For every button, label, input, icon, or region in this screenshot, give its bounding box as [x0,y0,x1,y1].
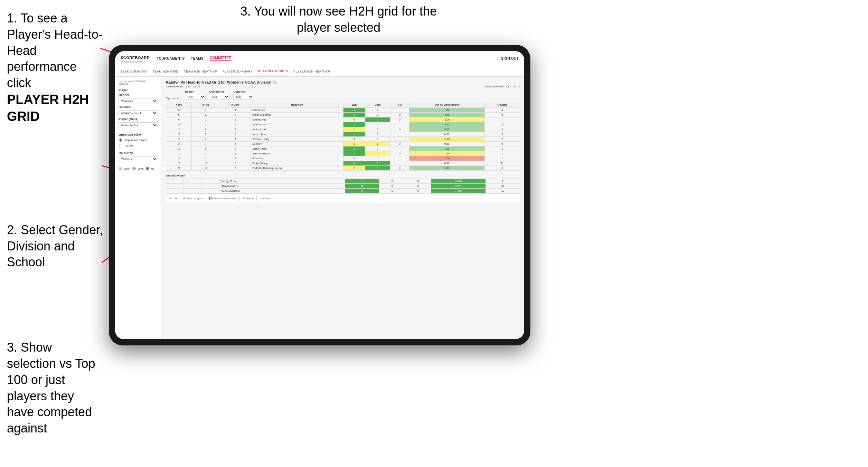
subnav-team-summary[interactable]: TEAM SUMMARY [121,66,147,76]
table-cell: 2 [365,142,390,146]
ood-table-row: NAIA Division 115009.26730 [166,184,520,189]
table-row: 1822Euna Lee00-5.002 [166,156,520,161]
subnav-player-h2h-heatmap[interactable]: PLAYER H2H HEATMAP [293,66,330,76]
table-cell: 10 [166,127,192,132]
table-cell: Sharon Mun [251,122,343,127]
table-cell: 0 [365,113,390,117]
header-right: | Sign out [498,57,519,60]
ood-table-cell: 0 [405,179,431,184]
table-cell: 2 [343,166,365,171]
watch-label: Watch [246,197,254,200]
table-cell [390,161,409,166]
nav-tournaments[interactable]: TOURNAMENTS [157,57,185,60]
table-cell: Jessica Mason [251,151,343,156]
table-cell: 2 [192,132,220,137]
sign-out-link[interactable]: Sign out [501,57,519,60]
step1-bold: PLAYER H2H GRID [7,92,89,124]
subnav-player-h2h-grid[interactable]: PLAYER H2H GRID [258,66,288,76]
table-cell: 7 [192,142,220,146]
nav-teams[interactable]: TEAMS [191,57,204,60]
table-cell: 1 [343,151,365,156]
sidebar-division-select[interactable]: NCAA Division III [119,110,158,116]
table-cell: 0 [365,156,390,161]
table-cell: 5 [220,146,251,151]
subnav-player-summary[interactable]: PLAYER SUMMARY [223,66,253,76]
ood-table-cell [184,189,201,193]
table-cell: 2 [484,137,520,142]
step3-right-text: 3. You will now see H2H grid for the pla… [235,3,442,36]
logo-sub: Powered by clippd [121,60,150,63]
bottom-toolbar: ↩ ↪ 👁 View: Original 💾 Save Custom View [166,193,520,203]
ood-table-cell: 0 [405,189,431,193]
ood-table-cell: 10 [486,189,520,193]
table-cell: 1 [365,161,390,166]
ood-table-cell: NCAA Division 2 [219,189,345,193]
filter-group-conference: Conference (All) [209,90,230,100]
table-cell [390,137,409,142]
sidebar-opponent-view-label: Opponent view [119,133,158,136]
save-icon: 💾 [209,197,213,200]
table-cell: 2 [484,156,520,161]
save-custom-btn[interactable]: 💾 Save Custom View [209,197,236,200]
legend-dot-down [119,167,122,170]
table-cell: 1 [365,166,390,171]
table-body: 311Esther Lee101.504522Alexis Sudjianto1… [166,108,520,171]
filter-region-select[interactable]: (All) [185,94,206,100]
sidebar-gender-select[interactable]: Women's [119,98,158,104]
table-cell [390,146,409,151]
table-cell: 4 [484,146,520,151]
table-cell: 15 [166,146,192,151]
sidebar-player-rank-select[interactable]: 8. Katelyn Vo [119,122,158,128]
filter-conference-select[interactable]: (All) [209,94,230,100]
table-cell: 0 [390,117,409,122]
sidebar: Last Updated: 27/03/2024 16:55:38 Player… [115,77,162,339]
table-cell: 0 [365,132,390,137]
table-cell: 1.25 [409,146,484,151]
sidebar-colour-select[interactable]: Win/loss [119,156,158,162]
logo-text: SCOREBOARD [121,56,150,60]
ood-table-cell: 15 [345,184,379,189]
table-row: 1311Jessica Huang00-3.002 [166,137,520,142]
th-conf: # Conf [220,102,251,108]
filter-group-opponent: Opponent (All) [233,90,254,100]
ood-table-row: Foreign Team1004.5002 [166,179,520,184]
redo-btn[interactable]: ↪ [174,197,177,200]
radio-top-100-input[interactable] [119,144,122,147]
th-opponent: Opponent [251,102,343,108]
instruction-step3-left: 3. Show selection vs Top 100 or just pla… [7,340,104,437]
table-row: 522Alexis Sudjianto1004.003 [166,113,520,117]
subnav-team-h2h-heatmap[interactable]: TEAM H2H HEATMAP [184,66,217,76]
undo-btn[interactable]: ↩ [169,197,172,200]
filter-opponent-select[interactable]: (All) [233,94,254,100]
table-cell: 1 [220,108,251,113]
table-row: 1613Jessica Mason120-0.947 [166,151,520,156]
table-cell: 6 [192,127,220,132]
toolbar-sep1 [180,196,180,201]
table-cell: 0.30 [409,161,484,166]
table-cell: 1 [192,137,220,142]
step2-text: 2. Select Gender, Division and School [7,222,104,270]
table-cell: 3 [220,127,251,132]
table-cell: 2 [343,127,365,132]
subnav-team-h2h-grid[interactable]: TEAM H2H GRID [153,66,178,76]
table-cell: 3 [166,108,192,113]
grid-records: Overall Record: 353 - 34 - 6 Division Re… [166,85,520,88]
table-cell: 4 [484,108,520,113]
table-cell: Jessica Huang [251,137,343,142]
watch-btn[interactable]: 👁 Watch [243,197,254,200]
view-original-btn[interactable]: 👁 View: Original [183,197,203,200]
table-cell: -0.94 [409,151,484,156]
instruction-step1: 1. To see a Player's Head-to-Head perfor… [7,10,104,125]
ood-table-body: Foreign Team1004.5002NAIA Division 11500… [166,179,520,193]
table-cell [390,132,409,137]
radio-opponents-played-input[interactable] [119,139,122,142]
table-cell [390,122,409,127]
logo-area: SCOREBOARD Powered by clippd [121,54,150,63]
table-cell: 0.33 [409,132,484,137]
table-cell: 18 [166,156,192,161]
table-row: 20117Federica Domecq Lacroze2101.336 [166,166,520,171]
ood-table-cell [184,184,201,189]
nav-committee[interactable]: COMMITTEE [210,56,232,61]
share-btn[interactable]: ↗ Share [260,197,270,200]
share-label: Share [263,197,270,200]
